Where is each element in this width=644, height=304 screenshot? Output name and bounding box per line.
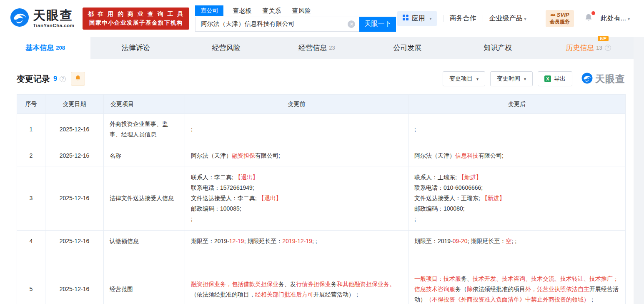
excel-icon: X <box>544 75 551 82</box>
text-segment: 邮政编码：100085; <box>191 205 241 212</box>
text-segment: 行债券担保业 <box>296 281 331 287</box>
enterprise-products-link[interactable]: 企业级产品▾ <box>489 14 526 23</box>
nav-tab-label: 经营信息 <box>298 43 327 53</box>
search-tab[interactable]: 查风险 <box>292 5 311 17</box>
cell-line: ; <box>191 124 402 135</box>
nav-tab-6[interactable]: 知识产权 <box>453 37 543 59</box>
column-header: 序号 <box>17 95 45 114</box>
column-header: 变更日期 <box>45 95 104 114</box>
top-header: 天眼查 TianYanCha.com 都 在 用 的 商 业 查 询 工 具 国… <box>0 0 644 37</box>
text-segment: 【退出】 <box>258 195 282 201</box>
cell-index: 3 <box>17 166 45 231</box>
nav-tab-count: 208 <box>56 45 65 51</box>
business-cooperation-link[interactable]: 商务合作 <box>450 14 476 23</box>
change-record-table: 序号变更日期变更项目变更前变更后12025-12-16外商投资企业董事、监事、经… <box>17 94 626 304</box>
text-segment: ; 期限延长至： <box>468 238 506 244</box>
text-segment: ; ; <box>312 238 317 244</box>
nav-tab-5[interactable]: 公司发展 <box>362 37 453 59</box>
text-segment: ; <box>191 216 193 222</box>
account-menu[interactable]: 此处有...▾ <box>601 14 630 23</box>
text-segment: 期限至：2019- <box>414 238 453 244</box>
text-segment: 邮政编码：100080; <box>414 205 465 212</box>
cell-change-date: 2025-12-16 <box>45 166 104 231</box>
filter-change-time-button[interactable]: 变更时间▾ <box>490 71 533 86</box>
search-tab[interactable]: 查公司 <box>195 5 223 16</box>
tianyancha-logo-icon <box>10 8 29 29</box>
text-segment: 阿尔法（天津） <box>191 152 232 159</box>
nav-tab-4[interactable]: 经营信息23 <box>271 37 362 59</box>
clear-input-icon[interactable]: ✕ <box>348 20 355 28</box>
nav-tab-3[interactable]: 经营风险 <box>181 37 271 59</box>
cell-after-change: 一般项目：技术服务、技术开发、技术咨询、技术交流、技术转让、技术推广；信息技术咨… <box>408 252 626 304</box>
enterprise-products-label: 企业级产品 <box>489 15 523 22</box>
slogan-line1: 都 在 用 的 商 业 查 询 工 具 <box>88 10 184 18</box>
nav-tab-1[interactable]: 基本信息208 <box>0 37 90 59</box>
cell-line: 邮政编码：100080; <box>414 204 619 214</box>
cell-change-item: 经营范围 <box>104 252 185 304</box>
text-segment: 12-19 <box>229 238 244 244</box>
cell-line: 文件送达接受人：王瑞东; 【新进】 <box>414 193 619 204</box>
text-segment: （依法须经批准的项目， <box>191 291 255 298</box>
text-segment: ； <box>589 296 595 303</box>
crown-icon <box>550 12 556 18</box>
cell-line: 联系人：王瑞东; 【新进】 <box>414 172 619 183</box>
apps-menu[interactable]: 应用 ▾ <box>397 11 437 26</box>
cell-line: 联系人：李二真; 【退出】 <box>191 172 402 183</box>
nav-tab-7[interactable]: 历史信息13VIP? <box>543 37 634 59</box>
help-icon[interactable]: ? <box>60 76 66 82</box>
divider <box>533 15 533 22</box>
notifications-bell[interactable] <box>584 13 593 24</box>
cell-change-item: 法律文件送达接受人信息 <box>104 166 185 231</box>
nav-tab-label: 公司发展 <box>393 43 421 53</box>
table-row: 42025-12-16认缴额信息期限至：2019-12-19; 期限延长至：20… <box>17 231 626 252</box>
nav-tab-inner: 法律诉讼 <box>122 43 150 53</box>
cell-before-change: 阿尔法（天津）融资担保有限公司; <box>185 145 408 166</box>
text-segment: 一般项目：技术服 <box>414 275 461 282</box>
export-button[interactable]: X 导出 <box>538 71 572 86</box>
vip-badge: VIP <box>598 36 609 41</box>
divider <box>443 15 444 22</box>
chevron-down-icon: ▾ <box>476 77 479 81</box>
text-segment: 开展经营活动）； <box>313 291 360 298</box>
cell-line: 联系电话：1572661949; <box>191 183 402 193</box>
cell-line: 期限至：2019-12-19; 期限延长至：2019-12-19; ; <box>191 236 402 246</box>
divider <box>483 15 483 22</box>
nav-tab-label: 历史信息 <box>566 43 594 53</box>
brand-name: 天眼查 <box>33 9 74 22</box>
tianyancha-logo-icon <box>581 73 593 85</box>
cell-before-change: ; <box>185 114 408 145</box>
cell-change-item: 名称 <box>104 145 185 166</box>
text-segment: 阿尔法（天津） <box>414 152 455 159</box>
cell-index: 2 <box>17 145 45 166</box>
cell-after-change: ; <box>408 114 626 145</box>
apps-label: 应用 <box>412 14 425 23</box>
text-segment: 联系人：王瑞东; <box>414 174 459 181</box>
cell-change-item: 外商投资企业董事、监事、经理人员信息 <box>104 114 185 145</box>
filter-change-item-button[interactable]: 变更项目▾ <box>443 71 485 86</box>
nav-tab-inner: 基本信息208 <box>25 43 65 53</box>
search-button[interactable]: 天眼一下 <box>359 17 396 32</box>
text-segment: 和其他融资担保业务。 <box>337 281 395 287</box>
tianyancha-logo[interactable]: 天眼查 TianYanCha.com <box>10 8 74 29</box>
cell-index: 1 <box>17 114 45 145</box>
nav-tab-2[interactable]: 法律诉讼 <box>90 37 181 59</box>
main-content: 变更记录 9 ? 变更项目▾ 变更时间▾ X <box>0 59 634 304</box>
subscribe-bell-button[interactable] <box>71 72 85 86</box>
cell-change-date: 2025-12-16 <box>45 231 104 252</box>
nav-tab-label: 知识产权 <box>484 43 512 53</box>
cell-line: 文件送达接受人：李二真; 【退出】 <box>191 193 402 204</box>
search-tab[interactable]: 查老板 <box>233 5 251 17</box>
svip-member-button[interactable]: SVIP 会员服务 <box>546 10 574 27</box>
cell-change-date: 2025-12-16 <box>45 145 104 166</box>
text-segment: 【退出】 <box>235 174 258 181</box>
cell-line: 阿尔法（天津）信息科技有限公司; <box>414 151 619 161</box>
text-segment: 务、 <box>461 275 473 282</box>
search-input[interactable] <box>195 17 359 32</box>
chevron-down-icon: ▾ <box>628 17 630 21</box>
export-label: 导出 <box>554 75 566 83</box>
search-tab[interactable]: 查关系 <box>262 5 281 17</box>
text-segment: 有限公司; <box>479 152 504 159</box>
cell-line: 一般项目：技术服务、技术开发、技术咨询、技术交流、技术转让、技术推广；信息技术咨… <box>414 274 619 304</box>
help-icon[interactable]: ? <box>605 45 611 51</box>
text-segment: 融资担保业务，包括借款类担保业 <box>191 281 278 287</box>
